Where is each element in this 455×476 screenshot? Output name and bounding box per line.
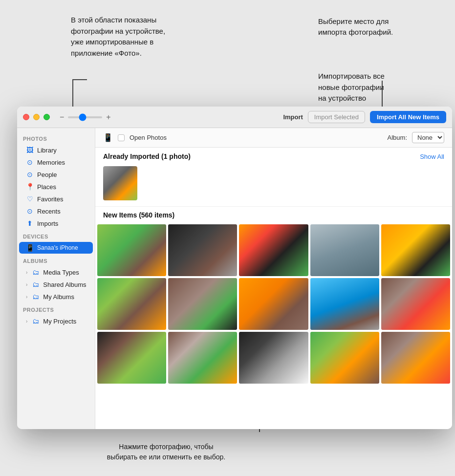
phone-toolbar-icon: 📱 — [103, 133, 113, 142]
sidebar-item-label: Memories — [37, 159, 65, 166]
sidebar-item-favorites[interactable]: ♡ Favorites — [19, 193, 93, 205]
new-items-title: New Items (560 items) — [103, 211, 174, 219]
minimize-button[interactable] — [33, 114, 40, 120]
sidebar-item-people[interactable]: ⊙ People — [19, 169, 93, 180]
media-types-icon: 🗂 — [32, 268, 40, 276]
main-import-area: 📱 Open Photos Album: None Already Import… — [95, 128, 452, 429]
zoom-slider[interactable] — [68, 116, 102, 118]
zoom-controls: − + — [60, 113, 111, 122]
chevron-right-icon3: › — [26, 294, 27, 300]
photo-cell[interactable] — [381, 278, 450, 330]
favorites-icon: ♡ — [26, 195, 34, 203]
imported-thumbnails — [95, 163, 452, 206]
open-photos-checkbox[interactable] — [118, 134, 125, 141]
photo-cell[interactable] — [381, 332, 450, 384]
chevron-right-icon4: › — [26, 319, 27, 324]
show-all-link[interactable]: Show All — [420, 153, 444, 160]
my-albums-icon: 🗂 — [32, 293, 40, 301]
titlebar-right: Import Import Selected Import All New It… — [283, 111, 446, 123]
photo-cell[interactable] — [97, 332, 166, 384]
photo-cell[interactable] — [381, 224, 450, 276]
sidebar-item-label: Library — [37, 147, 57, 154]
callout-right: Выберите место для импорта фотографий. И… — [318, 5, 426, 115]
photo-cell[interactable] — [239, 278, 308, 330]
open-photos-label: Open Photos — [130, 134, 167, 141]
sidebar-item-places[interactable]: 📍 Places — [19, 181, 93, 193]
sidebar-item-my-projects[interactable]: › 🗂 My Projects — [19, 315, 93, 327]
sidebar-item-label: Shared Albums — [43, 281, 86, 288]
imported-thumbnail[interactable] — [103, 166, 137, 200]
sidebar-item-label: Favorites — [37, 195, 63, 203]
import-all-button[interactable]: Import All New Items — [370, 111, 446, 123]
already-imported-header: Already Imported (1 photo) Show All — [95, 148, 452, 163]
album-select[interactable]: None — [412, 132, 444, 143]
recents-icon: ⊙ — [26, 207, 34, 215]
sidebar-item-label: Places — [37, 183, 56, 191]
photo-cell[interactable] — [168, 332, 237, 384]
photo-cell[interactable] — [168, 224, 237, 276]
sidebar-item-label: Media Types — [43, 269, 79, 276]
photo-cell[interactable] — [310, 224, 379, 276]
sidebar-item-library[interactable]: 🖼 Library — [19, 144, 93, 156]
maximize-button[interactable] — [43, 114, 50, 120]
shared-albums-icon: 🗂 — [32, 281, 40, 288]
sidebar-item-label: My Projects — [43, 318, 76, 325]
chevron-right-icon2: › — [26, 282, 27, 287]
sidebar-item-device[interactable]: 📱 Sanaa's iPhone — [19, 242, 93, 254]
photos-section-label: Photos — [17, 132, 95, 144]
iphone-icon: 📱 — [26, 244, 34, 252]
already-imported-title: Already Imported (1 photo) — [103, 152, 191, 160]
photo-cell[interactable] — [97, 224, 166, 276]
photo-cell[interactable] — [239, 332, 308, 384]
sidebar-item-media-types[interactable]: › 🗂 Media Types — [19, 266, 93, 278]
import-label: Import — [283, 113, 303, 121]
photo-cell[interactable] — [239, 224, 308, 276]
sidebar-item-memories[interactable]: ⊙ Memories — [19, 156, 93, 168]
sidebar-item-recents[interactable]: ⊙ Recents — [19, 205, 93, 217]
sidebar-item-label: Recents — [37, 208, 61, 215]
projects-section-label: Projects — [17, 303, 95, 315]
chevron-right-icon: › — [26, 270, 27, 275]
people-icon: ⊙ — [26, 171, 34, 178]
import-selected-button[interactable]: Import Selected — [308, 111, 365, 123]
content-area: Photos 🖼 Library ⊙ Memories ⊙ People 📍 P… — [17, 128, 452, 429]
photo-cell[interactable] — [310, 332, 379, 384]
photo-cell[interactable] — [97, 278, 166, 330]
sidebar-item-shared-albums[interactable]: › 🗂 Shared Albums — [19, 279, 93, 290]
places-icon: 📍 — [26, 183, 34, 191]
album-label: Album: — [388, 134, 407, 141]
sidebar-item-label: Imports — [37, 220, 58, 227]
sidebar-item-label: My Albums — [43, 293, 74, 301]
imports-icon: ⬆ — [26, 219, 34, 227]
devices-section-label: Devices — [17, 230, 95, 241]
close-button[interactable] — [23, 114, 29, 120]
photo-cell[interactable] — [310, 278, 379, 330]
zoom-minus-button[interactable]: − — [60, 113, 64, 122]
sidebar-item-my-albums[interactable]: › 🗂 My Albums — [19, 291, 93, 303]
device-name-label: Sanaa's iPhone — [37, 244, 78, 251]
memories-icon: ⊙ — [26, 158, 34, 166]
callout-bottom: Нажмите фотографию, чтобы выбирать ее ил… — [98, 442, 235, 462]
photo-grid — [95, 224, 452, 388]
bracket-line-h — [72, 79, 87, 80]
new-items-header: New Items (560 items) — [95, 206, 452, 224]
import-toolbar: 📱 Open Photos Album: None — [95, 128, 452, 148]
library-icon: 🖼 — [26, 146, 34, 154]
photo-cell[interactable] — [168, 278, 237, 330]
main-window: − + Import Import Selected Import All Ne… — [17, 107, 452, 429]
sidebar: Photos 🖼 Library ⊙ Memories ⊙ People 📍 P… — [17, 128, 95, 429]
sidebar-item-label: People — [37, 171, 57, 178]
titlebar: − + Import Import Selected Import All Ne… — [17, 107, 452, 128]
albums-section-label: Albums — [17, 254, 95, 266]
sidebar-item-imports[interactable]: ⬆ Imports — [19, 217, 93, 229]
traffic-lights — [23, 114, 50, 120]
callout-left: В этой области показаны фотографии на ус… — [71, 15, 183, 59]
my-projects-icon: 🗂 — [32, 317, 40, 325]
zoom-plus-button[interactable]: + — [106, 113, 110, 122]
